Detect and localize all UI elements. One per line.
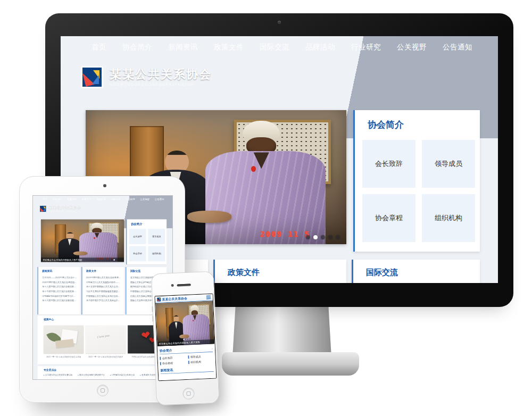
card-shape xyxy=(55,339,73,348)
mobile-news-header[interactable]: 新闻资讯 xyxy=(160,365,214,375)
monitor-stand-base xyxy=(222,352,359,376)
site-logo[interactable]: 某某公共关系协会 MOUMOUGONGGONGGUANXIXIEHUI xyxy=(81,66,212,88)
hamburger-menu-icon[interactable] xyxy=(206,295,211,299)
nav-item[interactable]: 协会简介 xyxy=(53,198,62,201)
logo-flag-icon xyxy=(39,205,46,212)
photo-door xyxy=(55,224,66,254)
news-list-item[interactable]: 第十八届中国公共关系行业最佳案例大赛启动 xyxy=(42,285,78,289)
about-panel: 协会简介 会长致辞领导成员协会章程组织机构 xyxy=(126,219,167,264)
video-caption: 2021一带一路·年度汉字发布活动在京启动 xyxy=(44,355,84,358)
mobile-hero-slider[interactable]: 李道豫会长会见海内外国际友人图片剪影 xyxy=(155,301,214,346)
chevron-right-icon: › xyxy=(212,347,213,350)
phone-home-button xyxy=(182,387,195,400)
about-panel-title: 协会简介 xyxy=(131,222,143,226)
photo-man-robe xyxy=(205,121,325,244)
logo-flag-icon xyxy=(81,66,103,88)
tablet-home-button xyxy=(97,385,109,396)
about-link[interactable]: 领导成员 xyxy=(422,140,475,188)
committee-section: 专业委员会 第七届大学生公关策划大赛启动数字公关传播能力建设研讨会CPRA学术委… xyxy=(38,366,167,379)
nav-item[interactable]: 行业研究 xyxy=(351,43,381,52)
logo-title: 某某公共关系协会 xyxy=(48,206,81,210)
nav-item[interactable]: 品牌活动 xyxy=(111,198,121,201)
nav-item[interactable]: 行业研究 xyxy=(126,198,135,201)
logo-subtitle: MOUMOUGONGGONGGUANXIXIEHUI xyxy=(110,82,212,86)
policy-list-item[interactable]: 中国国际公共关系协会发布行业自律倡议书 xyxy=(86,294,122,298)
news-list-item[interactable]: 关于2021——2022年度公关行业十大事件发布 xyxy=(42,276,78,280)
mobile-news-title: 新闻资讯 xyxy=(160,368,173,372)
policy-column: 政策文件 2019年度中国公共关系行业发展调查报告CPRA关于公共关系服务的操作… xyxy=(81,267,124,314)
policy-column-title: 政策文件 xyxy=(86,270,96,273)
committee-item[interactable]: CPRA学术委员会年度会议 xyxy=(110,373,135,376)
intl-column-title: 国际交流 xyxy=(130,270,140,273)
nav-item[interactable]: 品牌活动 xyxy=(305,43,335,52)
mobile-logo[interactable]: 某某公共关系协会 xyxy=(157,296,187,302)
slider-photo: 2009 11 5 xyxy=(41,219,124,262)
logo-text: 某某公共关系协会 MOUMOUGONGGONGGUANXIXIEHUI xyxy=(48,206,81,212)
photo-man-robe xyxy=(79,223,118,262)
news-column-title: 新闻资讯 xyxy=(42,270,52,273)
webcam-icon xyxy=(278,21,281,24)
about-link[interactable]: 组织机构 xyxy=(422,194,475,242)
video-thumbs: I love you ❤ ❤ xyxy=(44,325,168,353)
news-list-item[interactable]: 第十七届中国公共关系行业颁奖典礼在京举行 xyxy=(42,289,78,294)
nav-item[interactable]: 公告通知 xyxy=(443,43,472,52)
photo-handshake xyxy=(187,211,231,223)
video-thumb-cards[interactable] xyxy=(44,325,84,353)
about-link[interactable]: 领导成员 xyxy=(148,229,165,244)
intl-column-title: 国际交流 xyxy=(366,268,398,278)
nav-item[interactable]: 公关视野 xyxy=(140,198,149,201)
nav-item[interactable]: 国际交流 xyxy=(260,43,289,52)
carousel-dots[interactable] xyxy=(111,259,122,261)
policy-list-item[interactable]: 第七届中国大学生公共关系策划大赛圆满落幕 xyxy=(86,298,122,303)
policy-list-item[interactable]: 习近平主席向中国国际服务贸易交易会致贺信 xyxy=(86,289,122,294)
nav-item[interactable]: 公告通知 xyxy=(155,198,164,201)
policy-list-item[interactable]: 2019年度中国公共关系行业发展调查报告 xyxy=(86,276,122,280)
news-list-item[interactable]: CPRA秘书处组织召开专题学习工作会议 xyxy=(42,294,78,298)
nav-item[interactable]: 公关视野 xyxy=(397,43,427,52)
about-link[interactable]: 协会章程 xyxy=(362,194,415,242)
news-list: 关于2021——2022年度公关行业十大事件发布2022年度中国公共关系行业调查… xyxy=(42,276,78,303)
nav-item[interactable]: 政策文件 xyxy=(214,43,244,52)
mobile-about-title: 协会简介 xyxy=(160,348,172,353)
mobile-about-header[interactable]: 协会简介 › xyxy=(160,345,213,355)
mobile-about-link[interactable]: 组织机构 xyxy=(188,360,213,364)
about-link[interactable]: 协会章程 xyxy=(129,246,146,262)
committee-list: 第七届大学生公关策划大赛启动数字公关传播能力建设研讨会CPRA学术委员会年度会议… xyxy=(44,373,163,376)
mobile-about-link[interactable]: 协会章程 xyxy=(160,361,185,365)
nav-item[interactable]: 新闻资讯 xyxy=(168,43,198,52)
carousel-dots[interactable] xyxy=(306,235,340,239)
mobile-about-link[interactable]: 领导成员 xyxy=(188,354,213,359)
nav-item[interactable]: 协会简介 xyxy=(122,43,152,52)
policy-list-item[interactable]: CPRA关于公共关系服务的操作——指引篇 xyxy=(86,280,122,285)
committee-item[interactable]: 第七届大学生公关策划大赛启动 xyxy=(44,373,72,376)
phone-volume-button xyxy=(152,316,153,322)
policy-list-item[interactable]: 第十五届中国国际公共关系大会在京隆重举行 xyxy=(86,285,122,289)
about-link[interactable]: 会长致辞 xyxy=(362,140,415,188)
nav-item[interactable]: 首页 xyxy=(43,198,47,201)
nav-item[interactable]: 首页 xyxy=(92,43,106,52)
photo-date-stamp: 2009 11 5 xyxy=(260,230,310,238)
tablet-camera-icon xyxy=(103,184,106,187)
news-list-item[interactable]: 2022年度中国公共关系行业调查报告发布 xyxy=(42,280,78,285)
mobile-body: 协会简介 › 会长致辞领导成员协会章程组织机构 新闻资讯 xyxy=(157,344,216,375)
about-grid: 会长致辞领导成员协会章程组织机构 xyxy=(129,229,165,261)
policy-list: 2019年度中国公共关系行业发展调查报告CPRA关于公共关系服务的操作——指引篇… xyxy=(86,276,122,303)
hero-slider[interactable]: 2009 11 5 李道豫会长会见海内外国际友人图片剪影 xyxy=(41,219,124,262)
main-nav: 首页协会简介新闻资讯政策文件国际交流品牌活动行业研究公关视野公告通知 xyxy=(61,36,498,59)
about-link[interactable]: 组织机构 xyxy=(148,246,165,262)
logo-text: 某某公共关系协会 MOUMOUGONGGONGGUANXIXIEHUI xyxy=(110,68,212,86)
nav-item[interactable]: 新闻资讯 xyxy=(67,198,77,201)
main-nav: 首页协会简介新闻资讯政策文件国际交流品牌活动行业研究公关视野公告通知 xyxy=(33,196,172,203)
about-link[interactable]: 会长致辞 xyxy=(129,229,146,244)
mobile-site: 某某公共关系协会 李 xyxy=(155,294,217,381)
committee-item[interactable]: 数字公关传播能力建设研讨会 xyxy=(78,373,105,376)
photo-artwork-frame xyxy=(88,222,119,243)
video-thumb-note[interactable]: I love you xyxy=(86,325,126,353)
nav-item[interactable]: 政策文件 xyxy=(82,198,92,201)
phone-camera-icon xyxy=(171,284,174,287)
nav-item[interactable]: 国际交流 xyxy=(96,198,106,201)
news-list-item[interactable]: 第十六届中国公共关系行业最佳雇主评选揭晓 xyxy=(42,298,78,303)
mobile-about-link[interactable]: 会长致辞 xyxy=(160,356,185,360)
site-logo[interactable]: 某某公共关系协会 MOUMOUGONGGONGGUANXIXIEHUI xyxy=(39,205,81,212)
phone-device: 某某公共关系协会 李 xyxy=(151,271,220,406)
